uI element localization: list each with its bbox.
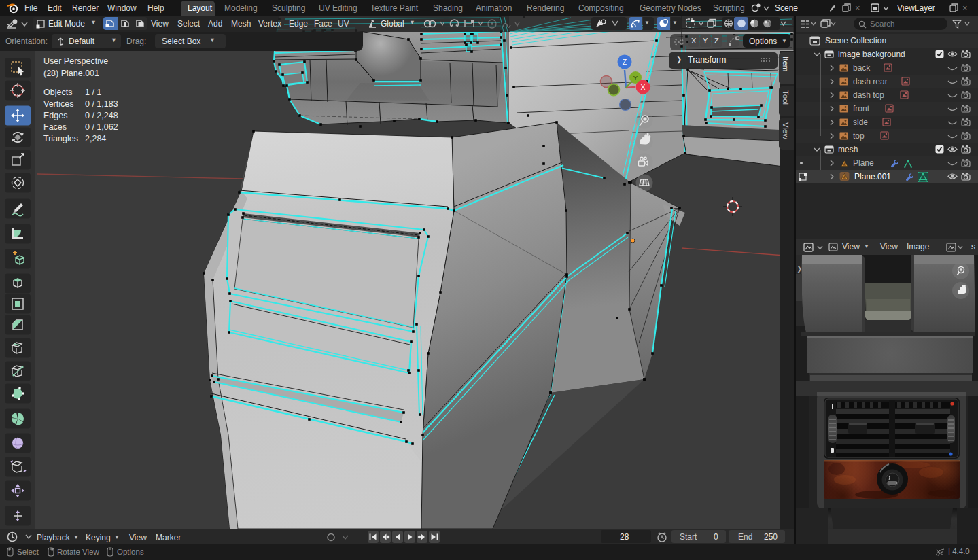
svg-text:0 / 1,062: 0 / 1,062 [85, 122, 118, 132]
svg-text:Z: Z [623, 58, 627, 66]
svg-text:X: X [640, 83, 645, 91]
svg-text:Y: Y [633, 74, 638, 82]
svg-text:0 / 1,183: 0 / 1,183 [85, 99, 118, 109]
svg-text:User Perspective: User Perspective [43, 56, 108, 66]
svg-text:Objects: Objects [43, 88, 72, 97]
svg-text:0 / 2,248: 0 / 2,248 [85, 111, 118, 120]
svg-text:Edges: Edges [43, 111, 67, 120]
svg-text:Triangles: Triangles [43, 134, 78, 143]
svg-text:2,284: 2,284 [85, 134, 106, 143]
svg-text:Faces: Faces [43, 122, 67, 132]
svg-text:Vertices: Vertices [43, 99, 73, 109]
svg-text:(28) Plane.001: (28) Plane.001 [43, 69, 99, 78]
svg-text:1 / 1: 1 / 1 [85, 88, 101, 97]
